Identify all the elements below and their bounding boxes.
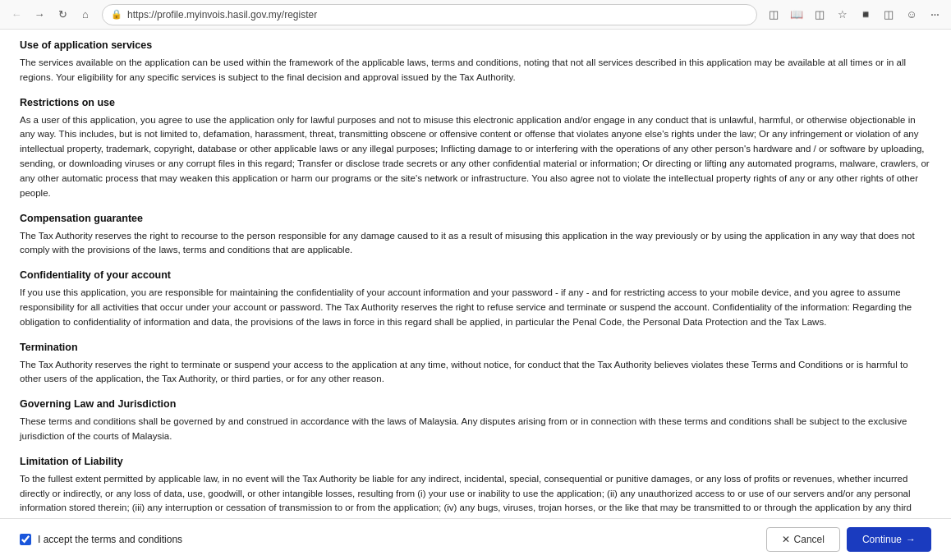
favorites-button[interactable]: ☆ [833,5,852,25]
continue-button[interactable]: Continue → [847,527,931,552]
section-title-use-of-application: Use of application services [20,39,931,51]
footer-buttons: ✕ Cancel Continue → [766,527,931,552]
back-button[interactable]: ← [7,5,26,25]
home-button[interactable]: ⌂ [76,5,95,25]
section-text-confidentiality: If you use this application, you are res… [20,286,931,329]
section-title-termination: Termination [20,342,931,353]
page-wrapper: Use of application servicesThe services … [0,30,951,560]
nav-buttons: ← → ↻ ⌂ [7,5,95,25]
section-title-confidentiality: Confidentiality of your account [20,269,931,281]
browser-actions: ◫ 📖 ◫ ☆ ◾ ◫ ☺ ··· [764,5,944,25]
continue-label: Continue [862,534,902,545]
section-title-limitation-of-liability: Limitation of Liability [20,456,931,467]
url-text: https://profile.myinvois.hasil.gov.my/re… [127,9,748,21]
extensions2-button[interactable]: ◫ [879,5,898,25]
section-text-governing-law: These terms and conditions shall be gove… [20,415,931,444]
refresh-button[interactable]: ↻ [53,5,72,25]
content-scroll[interactable]: Use of application servicesThe services … [0,30,951,518]
accept-terms-text: I accept the terms and conditions [38,534,182,545]
lock-icon: 🔒 [111,9,122,20]
forward-button[interactable]: → [30,5,49,25]
extensions-button[interactable]: ◫ [764,5,783,25]
section-title-compensation-guarantee: Compensation guarantee [20,213,931,224]
read-mode-button[interactable]: 📖 [787,5,806,25]
browser-chrome: ← → ↻ ⌂ 🔒 https://profile.myinvois.hasil… [0,0,951,30]
footer-bar: I accept the terms and conditions ✕ Canc… [0,518,951,560]
accept-terms-checkbox[interactable] [20,534,31,545]
section-title-governing-law: Governing Law and Jurisdiction [20,398,931,410]
more-button[interactable]: ··· [925,5,944,25]
section-text-use-of-application: The services available on the applicatio… [20,56,931,85]
section-text-termination: The Tax Authority reserves the right to … [20,358,931,388]
continue-icon: → [906,534,916,545]
section-text-limitation-of-liability: To the fullest extent permitted by appli… [20,472,931,518]
cancel-button[interactable]: ✕ Cancel [766,527,840,552]
cancel-icon: ✕ [782,534,790,545]
address-bar[interactable]: 🔒 https://profile.myinvois.hasil.gov.my/… [102,4,757,25]
section-title-restrictions-on-use: Restrictions on use [20,97,931,108]
split-view-button[interactable]: ◫ [810,5,829,25]
section-text-restrictions-on-use: As a user of this application, you agree… [20,113,931,201]
collections-button[interactable]: ◾ [856,5,875,25]
profile-button[interactable]: ☺ [902,5,921,25]
cancel-label: Cancel [794,534,825,545]
accept-terms-label[interactable]: I accept the terms and conditions [20,534,182,545]
section-text-compensation-guarantee: The Tax Authority reserves the right to … [20,229,931,259]
